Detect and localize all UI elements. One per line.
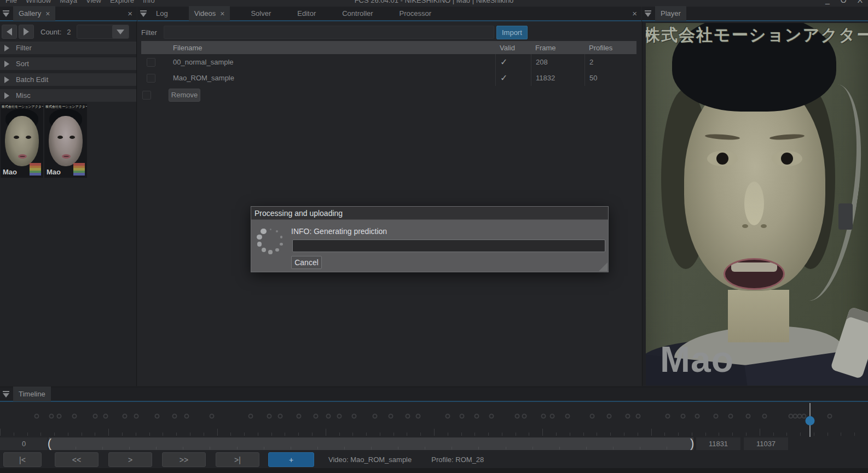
next-button[interactable] [19, 25, 34, 39]
keyframe-marker[interactable] [352, 414, 357, 419]
row-checkbox[interactable] [147, 58, 155, 67]
keyframe-marker[interactable] [589, 414, 594, 419]
keyframe-marker[interactable] [248, 414, 253, 419]
go-to-end-button[interactable]: >| [216, 452, 259, 467]
section-misc[interactable]: Misc [0, 89, 136, 102]
keyframe-marker[interactable] [714, 414, 719, 419]
keyframe-marker[interactable] [155, 414, 160, 419]
play-button[interactable]: > [108, 452, 152, 467]
keyframe-marker[interactable] [515, 414, 520, 419]
maximize-icon[interactable]: O [841, 0, 847, 4]
menu-maya[interactable]: Maya [60, 0, 77, 4]
go-to-start-button[interactable]: |< [3, 452, 42, 467]
panel-collapse-icon[interactable] [2, 10, 10, 17]
keyframe-marker[interactable] [209, 414, 214, 419]
section-batch-edit[interactable]: Batch Edit [0, 73, 136, 86]
playhead-dot[interactable] [805, 416, 814, 425]
column-filename[interactable]: Filename [169, 41, 495, 54]
tab-log[interactable]: Log [151, 6, 173, 21]
section-filter[interactable]: Filter [0, 42, 136, 54]
keyframe-marker[interactable] [665, 414, 670, 419]
timeline-ruler[interactable] [0, 426, 868, 437]
keyframe-marker[interactable] [56, 414, 61, 419]
keyframe-marker[interactable] [474, 414, 479, 419]
keyframe-marker[interactable] [337, 414, 342, 419]
gallery-panel-close-icon[interactable]: × [128, 9, 132, 18]
keyframe-marker[interactable] [522, 414, 526, 419]
player-viewport[interactable]: 株式会社モーションアクター Mao [646, 23, 868, 386]
keyframe-marker[interactable] [728, 414, 733, 419]
tab-timeline[interactable]: Timeline [13, 387, 51, 401]
range-bar[interactable]: ( ) [49, 437, 693, 450]
keyframe-marker[interactable] [607, 414, 612, 419]
keyframe-marker[interactable] [828, 414, 832, 419]
keyframe-marker[interactable] [459, 414, 464, 419]
column-profiles[interactable]: Profiles [585, 41, 636, 54]
keyframe-marker[interactable] [549, 414, 554, 419]
keyframe-marker[interactable] [541, 414, 546, 419]
remove-checkbox[interactable] [142, 91, 151, 100]
row-checkbox[interactable] [147, 74, 155, 83]
step-forward-button[interactable]: >> [162, 452, 206, 467]
workspace-panel-close-icon[interactable]: × [632, 9, 637, 18]
panel-collapse-icon[interactable] [2, 391, 10, 398]
table-row[interactable]: Mao_ROM_sample ✓ 11832 50 [141, 70, 636, 86]
keyframe-marker[interactable] [681, 414, 686, 419]
keyframe-marker[interactable] [388, 414, 393, 419]
keyframe-marker[interactable] [49, 414, 54, 419]
filter-input[interactable] [164, 26, 494, 39]
dropdown-button[interactable] [112, 25, 129, 38]
column-valid[interactable]: Valid [495, 41, 531, 54]
keyframe-marker[interactable] [373, 414, 378, 419]
tab-editor[interactable]: Editor [292, 6, 321, 21]
keyframe-marker[interactable] [565, 414, 570, 419]
keyframe-marker[interactable] [278, 414, 283, 419]
menu-window[interactable]: Window [26, 0, 51, 4]
keyframe-marker[interactable] [746, 414, 751, 419]
gallery-dropdown[interactable] [77, 25, 129, 39]
range-handle-right[interactable]: ) [690, 436, 694, 451]
keyframe-marker[interactable] [635, 414, 640, 419]
resize-grip[interactable] [599, 262, 607, 271]
keyframe-marker[interactable] [625, 414, 630, 419]
menu-view[interactable]: View [86, 0, 101, 4]
tab-videos-close-icon[interactable]: × [220, 9, 224, 18]
keyframe-marker[interactable] [296, 414, 301, 419]
menu-info[interactable]: Info [143, 0, 155, 4]
current-frame-field[interactable]: 11037 [744, 437, 788, 450]
cancel-button[interactable]: Cancel [291, 256, 322, 269]
tab-gallery[interactable]: Gallery × [13, 6, 55, 21]
tab-controller[interactable]: Controller [337, 6, 378, 21]
keyframe-marker[interactable] [93, 414, 98, 419]
column-frame[interactable]: Frame [531, 41, 585, 54]
keyframe-marker[interactable] [123, 414, 128, 419]
close-icon[interactable]: X [858, 0, 863, 4]
keyframe-marker[interactable] [172, 414, 177, 419]
keyframe-marker[interactable] [34, 414, 39, 419]
range-end-field[interactable]: 11831 [696, 437, 740, 450]
keyframe-marker[interactable] [445, 414, 450, 419]
tab-player[interactable]: Player [655, 6, 686, 21]
keyframe-marker[interactable] [314, 414, 319, 419]
keyframe-marker[interactable] [695, 414, 699, 419]
range-handle-left[interactable]: ( [48, 436, 51, 451]
menu-file[interactable]: File [5, 0, 17, 4]
keyframe-marker[interactable] [103, 414, 108, 419]
keyframe-marker[interactable] [267, 414, 271, 419]
import-button[interactable]: Import [496, 26, 528, 39]
table-row[interactable]: 00_normal_sample ✓ 208 2 [141, 54, 636, 70]
gallery-thumbnail[interactable]: 株式会社モーションアクター Mao [1, 104, 43, 178]
minimize-icon[interactable]: _ [825, 0, 830, 4]
prev-button[interactable] [2, 25, 17, 39]
tab-processor[interactable]: Processor [394, 6, 437, 21]
panel-collapse-icon[interactable] [140, 10, 147, 17]
step-back-button[interactable]: << [55, 452, 99, 467]
timeline-marker-strip[interactable] [0, 403, 868, 429]
gallery-thumbnail[interactable]: 株式会社モーションアクター Mao [44, 104, 87, 178]
range-start-field[interactable]: 0 [0, 437, 48, 450]
keyframe-marker[interactable] [326, 414, 331, 419]
section-sort[interactable]: Sort [0, 57, 136, 70]
keyframe-marker[interactable] [489, 414, 494, 419]
remove-button[interactable]: Remove [169, 89, 200, 102]
tab-videos[interactable]: Videos × [189, 6, 230, 21]
